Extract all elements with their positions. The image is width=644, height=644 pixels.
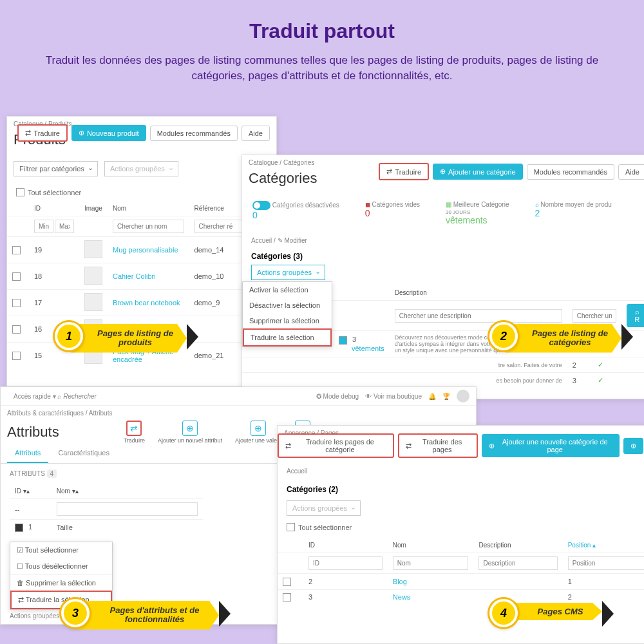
trophy-icon[interactable]: 🏆 <box>442 393 450 400</box>
add-attribute-icon[interactable]: ⊕ <box>182 421 198 436</box>
activate-option[interactable]: Activer la sélection <box>243 282 332 298</box>
arrow-icon <box>621 324 633 350</box>
modules-button[interactable]: Modules recommandés <box>150 126 238 141</box>
add-page-category-button[interactable]: ⊕ Ajouter une nouvelle catégorie de page <box>482 434 620 457</box>
badge-4: 4 <box>489 599 518 627</box>
search-desc-input[interactable] <box>395 309 562 323</box>
help-button[interactable]: Aide <box>242 126 270 141</box>
table-row: tre salon. Faites de votre2✓ <box>242 357 644 373</box>
search-po-input[interactable] <box>573 309 616 323</box>
delete-option[interactable]: Supprimer la sélection <box>243 313 332 328</box>
table-row: 2Blog1 <box>278 574 644 590</box>
breadcrumb: Attributs & caractéristiques / Attributs <box>1 406 476 421</box>
badge-3-label: Pages d'attributs et de fonctionnalités <box>77 601 219 630</box>
add-category-button[interactable]: ⊕ Ajouter une catégorie <box>433 164 523 180</box>
tab-attributes[interactable]: Attributs <box>7 444 48 463</box>
table-row: 17Brown bear notebookdemo_9Am <box>7 290 276 316</box>
grouped-actions-select[interactable]: Actions groupées <box>251 265 325 280</box>
badge-3: 3 <box>61 599 90 627</box>
search-name-input[interactable] <box>113 220 184 233</box>
panel-title: Attributs <box>7 424 59 440</box>
add-button[interactable]: ⊕ <box>623 438 643 454</box>
max-input[interactable] <box>55 220 74 233</box>
attributes-table: ID ▾▴Nom ▾▴ -- 1Taille <box>10 484 203 535</box>
arrow-icon <box>219 601 231 627</box>
table-row: 19Mug personnalisabledemo_14Am <box>7 237 276 263</box>
pages-table: IDNomDescriptionPosition ▴ 2Blog1 3News2 <box>278 538 644 605</box>
table-row: 18Cahier Colibridemo_10Am <box>7 263 276 290</box>
category-count: Catégories (3) <box>242 248 644 265</box>
disabled-toggle[interactable] <box>252 201 270 210</box>
translate-icon[interactable]: ⇄ <box>126 421 142 436</box>
bulk-dropdown: ☑ Tout sélectionner ☐ Tous désélectionne… <box>10 542 113 610</box>
badge-4-label: Pages CMS <box>506 603 602 620</box>
arrow-icon <box>187 324 198 350</box>
badge-1: 1 <box>55 322 83 350</box>
delete-option[interactable]: 🗑 Supprimer la sélection <box>10 574 112 591</box>
category-count: Catégories (2) <box>278 478 644 500</box>
select-all-option[interactable]: ☑ Tout sélectionner <box>10 542 112 558</box>
grouped-actions-dropdown: Activer la sélection Désactiver la sélec… <box>242 281 332 347</box>
select-all-checkbox[interactable] <box>16 188 24 196</box>
translate-button[interactable]: ⇄ Traduire <box>17 124 68 142</box>
translate-button[interactable]: ⇄ Traduire <box>379 163 429 180</box>
new-product-button[interactable]: ⊕ Nouveau produit <box>71 125 146 141</box>
badge-1-label: Pages de listing de produits <box>71 324 187 353</box>
grouped-actions[interactable]: Actions groupées <box>287 500 361 516</box>
avatar[interactable] <box>457 390 469 402</box>
page-description: Traduit les données des pages de listing… <box>26 53 618 84</box>
translate-pages-button[interactable]: ⇄ Traduire des pages <box>398 433 478 458</box>
add-value-icon[interactable]: ⊕ <box>251 421 266 436</box>
table-row: es besoin pour donner de3✓ <box>242 373 644 388</box>
min-input[interactable] <box>34 220 53 233</box>
deselect-all-option[interactable]: ☐ Tous désélectionner <box>10 558 112 574</box>
categories-panel: Catalogue / Catégories ⇄ Traduire ⊕ Ajou… <box>242 155 644 399</box>
help-button[interactable]: Aide <box>618 164 644 180</box>
bell-icon[interactable]: 🔔 <box>428 393 436 400</box>
modules-button[interactable]: Modules recommandés <box>527 164 614 180</box>
tab-characteristics[interactable]: Caractéristiques <box>50 444 117 462</box>
table-row: 1Taille <box>10 520 203 535</box>
name-filter-input[interactable] <box>57 502 198 516</box>
deactivate-option[interactable]: Désactiver la sélection <box>243 298 332 313</box>
badge-2: 2 <box>489 322 518 350</box>
arrow-icon <box>602 601 614 627</box>
filter-categories[interactable]: Filtrer par catégories <box>14 161 98 176</box>
select-all-checkbox[interactable] <box>287 523 295 531</box>
translate-category-pages-button[interactable]: ⇄ Traduire les pages de catégorie <box>278 433 394 458</box>
table-row: 3News2 <box>278 589 644 605</box>
page-title: Traduit partout <box>26 19 618 43</box>
grouped-actions[interactable]: Actions groupées <box>104 161 178 176</box>
translate-selection-option[interactable]: Traduire la sélection <box>243 328 332 346</box>
badge-2-label: Pages de listing de catégories <box>506 324 621 353</box>
